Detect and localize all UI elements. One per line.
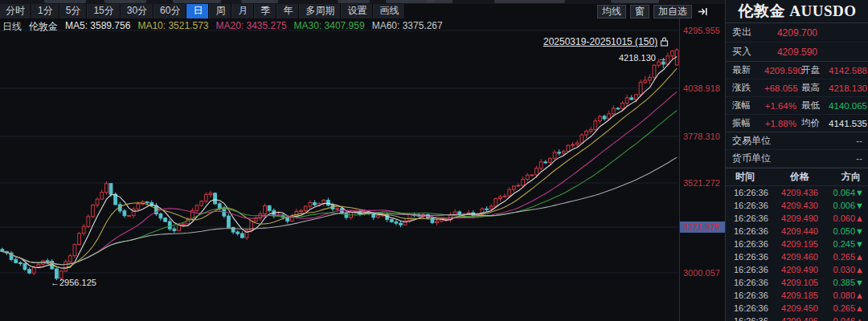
tool-button-窗[interactable]: 窗 bbox=[630, 5, 649, 18]
period-button-5分[interactable]: 5分 bbox=[59, 4, 88, 18]
clipped-button-fragment bbox=[173, 0, 221, 3]
collapse-panel-icon[interactable] bbox=[696, 6, 709, 18]
quote-label: 最高 bbox=[796, 82, 829, 94]
unit-row-2: 货币单位-- bbox=[726, 150, 868, 168]
quote-value: +1.64% bbox=[764, 101, 796, 111]
period-button-画线[interactable]: 画线 bbox=[373, 4, 405, 18]
tick-time: 16:26:36 bbox=[734, 226, 777, 236]
trading-app-window: 分时1分5分15分30分60分日周月季年多周期设置画线 均线窗加自选 日线 伦敦… bbox=[0, 0, 868, 321]
quote-panel: 伦敦金 AUUSDO 卖出4209.700买入4209.590 最新4209.5… bbox=[725, 0, 868, 321]
axis-label-3000.057: 3000.057 bbox=[683, 268, 725, 278]
tick-header-1: 时间 bbox=[735, 170, 777, 184]
bidask-label: 买入 bbox=[732, 45, 769, 59]
quote-row-1: 最新4209.590开盘4142.588 bbox=[726, 62, 868, 79]
quote-row-3: 涨幅+1.64%最低4140.065 bbox=[726, 97, 868, 115]
clipped-button-fragment bbox=[494, 0, 565, 3]
quote-label: 涨跌 bbox=[732, 82, 764, 94]
tick-time: 16:26:36 bbox=[734, 201, 777, 210]
period-button-年[interactable]: 年 bbox=[276, 4, 299, 18]
period-button-设置[interactable]: 设置 bbox=[341, 4, 373, 18]
bidask-value: 4209.700 bbox=[769, 27, 817, 39]
tick-time: 16:26:36 bbox=[734, 239, 777, 249]
quote-stats-block: 最新4209.590开盘4142.588涨跌+68.055最高4218.130涨… bbox=[726, 61, 868, 132]
tool-button-加自选[interactable]: 加自选 bbox=[653, 5, 692, 18]
tick-table-header: 时间价格方向 bbox=[726, 168, 868, 186]
tick-direction: 0.030▲ bbox=[822, 265, 864, 274]
period-button-30分[interactable]: 30分 bbox=[121, 4, 154, 18]
high-price-annotation: 4218.130 → bbox=[619, 53, 667, 63]
quote-value: +68.055 bbox=[764, 83, 796, 93]
tick-price: 4209.490 bbox=[777, 265, 822, 274]
period-button-月[interactable]: 月 bbox=[231, 4, 254, 18]
tick-direction: 0.060▲ bbox=[822, 213, 864, 223]
axis-label-4295.955: 4295.955 bbox=[683, 26, 725, 35]
tick-price: 4209.450 bbox=[777, 303, 822, 313]
candlestick-chart[interactable] bbox=[0, 18, 679, 321]
tick-price: 4209.430 bbox=[777, 201, 822, 210]
tick-direction: 0.385▼ bbox=[822, 278, 864, 287]
tick-price: 4209.105 bbox=[777, 278, 822, 287]
quote-value: 4140.065 bbox=[829, 101, 867, 111]
tick-price: 4209.460 bbox=[777, 252, 822, 262]
bidask-row-1: 卖出4209.700 bbox=[726, 23, 868, 43]
tick-time: 16:26:36 bbox=[734, 291, 777, 300]
tick-row[interactable]: 16:26:364209.4960.046▲ bbox=[726, 315, 868, 321]
tick-price: 4209.490 bbox=[777, 213, 822, 223]
lock-icon bbox=[660, 37, 669, 47]
tick-row[interactable]: 16:26:364209.1050.385▼ bbox=[726, 276, 868, 289]
period-button-60分[interactable]: 60分 bbox=[154, 4, 186, 18]
tick-time: 16:26:36 bbox=[734, 252, 777, 262]
quote-label: 最低 bbox=[796, 100, 829, 112]
tick-row[interactable]: 16:26:364209.4360.064▼ bbox=[726, 186, 868, 199]
tick-direction: 0.050▼ bbox=[822, 226, 864, 236]
tick-price: 4209.496 bbox=[777, 316, 822, 321]
axis-label-4038.918: 4038.918 bbox=[683, 83, 725, 93]
unit-block: 交易单位--货币单位-- bbox=[726, 132, 868, 168]
bidask-label: 卖出 bbox=[732, 26, 769, 39]
tick-row[interactable]: 16:26:364209.4900.030▲ bbox=[726, 263, 868, 276]
tick-time: 16:26:36 bbox=[734, 265, 777, 274]
period-button-多周期[interactable]: 多周期 bbox=[299, 4, 341, 18]
period-button-周[interactable]: 周 bbox=[209, 4, 231, 18]
period-button-1分[interactable]: 1分 bbox=[31, 4, 59, 18]
period-button-日[interactable]: 日 bbox=[186, 4, 209, 18]
tool-button-均线[interactable]: 均线 bbox=[597, 5, 626, 18]
axis-label-3271.375: 3271.375 bbox=[680, 221, 728, 233]
clipped-button-fragment bbox=[104, 0, 146, 3]
unit-value: -- bbox=[856, 136, 862, 147]
tick-row[interactable]: 16:26:364209.1850.080▲ bbox=[726, 289, 868, 302]
tick-header-2: 价格 bbox=[777, 170, 822, 184]
quote-label: 涨幅 bbox=[732, 100, 764, 112]
tick-header-3: 方向 bbox=[822, 170, 861, 184]
tick-time: 16:26:36 bbox=[734, 303, 777, 313]
tick-row[interactable]: 16:26:364209.4600.265▲ bbox=[726, 250, 868, 263]
period-toolbar: 分时1分5分15分30分60分日周月季年多周期设置画线 bbox=[0, 4, 405, 18]
tick-row[interactable]: 16:26:364209.4500.265▲ bbox=[726, 302, 868, 315]
clipped-button-fragment bbox=[338, 0, 370, 3]
tick-row[interactable]: 16:26:364209.4400.050▼ bbox=[726, 225, 868, 238]
tick-direction: 0.080▲ bbox=[822, 291, 864, 300]
tick-price: 4209.440 bbox=[777, 226, 822, 236]
quote-label: 最新 bbox=[732, 64, 764, 76]
tick-row[interactable]: 16:26:364209.4900.060▲ bbox=[726, 212, 868, 225]
tick-time: 16:26:36 bbox=[734, 213, 777, 223]
period-button-15分[interactable]: 15分 bbox=[87, 4, 120, 18]
quote-value: 4218.130 bbox=[829, 83, 867, 93]
quote-value: +1.88% bbox=[764, 119, 796, 128]
tick-direction: 0.046▲ bbox=[822, 316, 864, 321]
quote-body: 卖出4209.700买入4209.590 最新4209.590开盘4142.58… bbox=[726, 22, 868, 321]
quote-label: 开盘 bbox=[796, 64, 829, 76]
quote-label: 振幅 bbox=[732, 117, 764, 129]
period-button-分时[interactable]: 分时 bbox=[0, 4, 31, 18]
price-axis: 4295.9554038.9183778.3103521.2723271.375… bbox=[679, 18, 726, 321]
tick-row[interactable]: 16:26:364209.4300.006▼ bbox=[726, 199, 868, 212]
tick-table[interactable]: 16:26:364209.4360.064▼16:26:364209.4300.… bbox=[726, 186, 868, 321]
chart-tools: 均线窗加自选 bbox=[597, 4, 709, 18]
quote-value: 4142.588 bbox=[829, 66, 867, 75]
tick-row[interactable]: 16:26:364209.1950.245▼ bbox=[726, 238, 868, 250]
period-button-季[interactable]: 季 bbox=[254, 4, 276, 18]
tick-price: 4209.436 bbox=[777, 188, 822, 197]
instrument-title: 伦敦金 AUUSDO bbox=[726, 0, 868, 22]
tick-time: 16:26:36 bbox=[734, 278, 777, 287]
date-range-annotation: 20250319-20251015 (150) bbox=[543, 36, 669, 47]
